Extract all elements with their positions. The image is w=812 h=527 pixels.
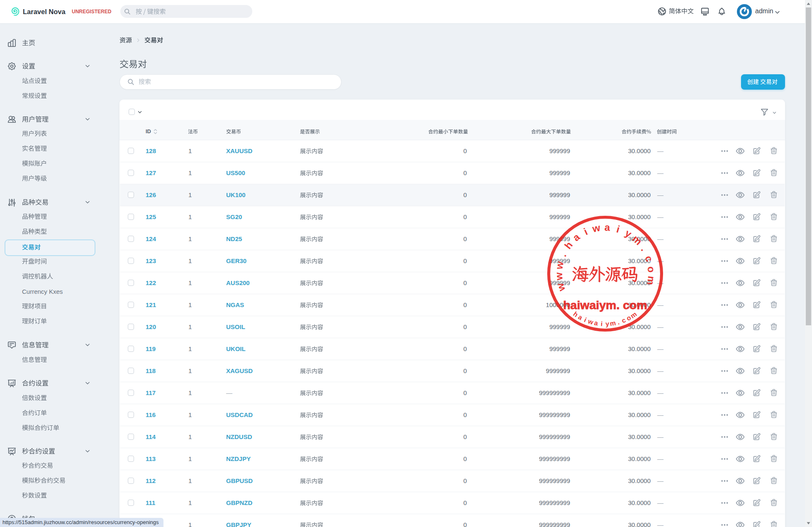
svg-text:a: a xyxy=(571,231,582,244)
svg-text:w: w xyxy=(591,222,601,234)
svg-text:y: y xyxy=(605,320,610,327)
svg-text:.: . xyxy=(557,251,568,258)
svg-text:w: w xyxy=(554,282,568,293)
svg-text:a: a xyxy=(577,313,584,321)
svg-text:a: a xyxy=(604,222,610,233)
svg-text:w: w xyxy=(587,317,594,326)
svg-text:w: w xyxy=(553,260,566,271)
svg-text:m: m xyxy=(645,276,657,286)
svg-text:m: m xyxy=(610,320,617,327)
svg-text:haiwaiym. com: haiwaiym. com xyxy=(563,298,647,312)
svg-text:.: . xyxy=(639,244,650,253)
svg-text:a: a xyxy=(594,319,599,327)
svg-text:i: i xyxy=(600,320,603,327)
svg-text:h: h xyxy=(562,239,575,251)
svg-text:y: y xyxy=(623,227,634,239)
svg-text:o: o xyxy=(646,266,657,273)
svg-text:i: i xyxy=(583,316,588,323)
svg-text:c: c xyxy=(643,254,656,263)
svg-text:m: m xyxy=(630,233,644,247)
svg-text:i: i xyxy=(615,223,621,235)
svg-text:w: w xyxy=(553,272,565,281)
svg-text:.: . xyxy=(617,319,620,326)
svg-text:i: i xyxy=(582,226,589,237)
